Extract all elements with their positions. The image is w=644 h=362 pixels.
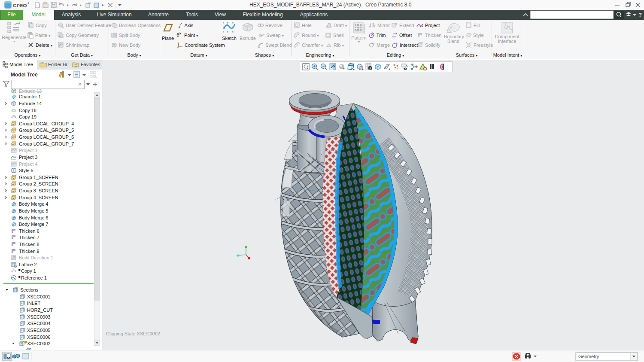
svg-text:Geometry: Geometry	[578, 354, 599, 359]
svg-text:Clipping State:XSEC0002: Clipping State:XSEC0002	[106, 331, 160, 336]
svg-text:?: ?	[638, 12, 642, 18]
